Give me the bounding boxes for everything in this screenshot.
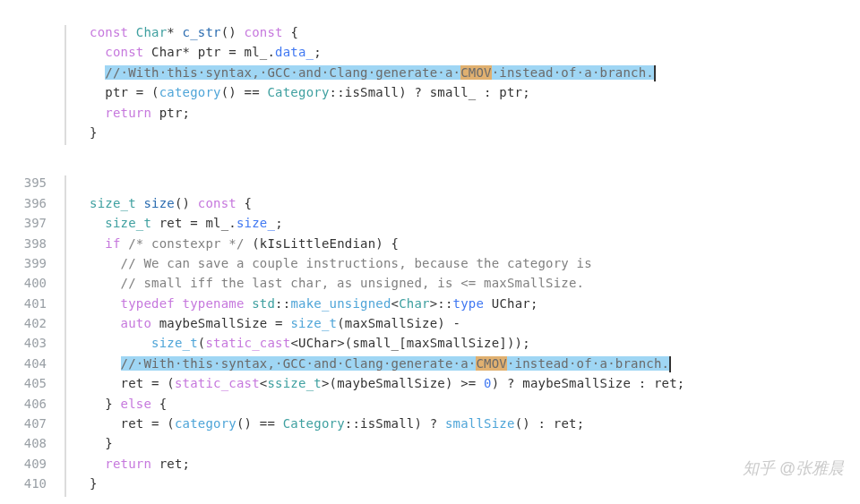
code-line[interactable]: 401 typedef typename std::make_unsigned<… [0, 296, 860, 316]
code-content[interactable]: //·With·this·syntax,·GCC·and·Clang·gener… [75, 356, 860, 372]
line-number: 407 [0, 416, 56, 431]
code-content[interactable]: } [75, 125, 860, 140]
code-line[interactable]: 403 size_t(static_cast<UChar>(small_[max… [0, 336, 860, 355]
code-line[interactable]: 402 auto maybeSmallSize = size_t(maxSmal… [0, 316, 860, 336]
code-content[interactable]: const Char* c_str() const { [75, 25, 860, 39]
vertical-guide [56, 65, 75, 85]
code-line[interactable]: 406 } else { [0, 397, 860, 416]
code-content[interactable]: ret = (category() == Category::isSmall) … [75, 416, 860, 431]
code-line[interactable]: //·With·this·syntax,·GCC·and·Clang·gener… [0, 65, 860, 85]
vertical-guide [56, 397, 75, 416]
vertical-guide [56, 276, 75, 295]
vertical-guide [56, 85, 75, 105]
code-line[interactable]: 410} [0, 476, 860, 496]
code-editor[interactable]: const Char* c_str() const { const Char* … [0, 0, 860, 497]
vertical-guide [56, 256, 75, 276]
vertical-guide [56, 196, 75, 216]
code-line[interactable]: } [0, 125, 860, 145]
line-number: 400 [0, 276, 56, 290]
vertical-guide [56, 216, 75, 235]
vertical-guide [56, 416, 75, 436]
code-content[interactable]: size_t size() const { [75, 196, 860, 210]
line-number: 399 [0, 256, 56, 270]
vertical-guide [56, 45, 75, 64]
line-number: 395 [0, 175, 56, 190]
code-content[interactable]: return ptr; [75, 106, 860, 120]
code-line[interactable]: 408 } [0, 436, 860, 456]
line-number: 410 [0, 476, 56, 491]
code-content[interactable]: } [75, 436, 860, 450]
line-number: 396 [0, 196, 56, 210]
line-number: 403 [0, 336, 56, 350]
vertical-guide [56, 106, 75, 125]
code-line[interactable]: 400 // small iff the last char, as unsig… [0, 276, 860, 295]
code-content[interactable]: const Char* ptr = ml_.data_; [75, 45, 860, 59]
line-number: 405 [0, 376, 56, 390]
vertical-guide [56, 376, 75, 396]
code-line[interactable]: 409 return ret; [0, 457, 860, 476]
code-line[interactable]: 407 ret = (category() == Category::isSma… [0, 416, 860, 436]
code-line[interactable]: 397 size_t ret = ml_.size_; [0, 216, 860, 235]
line-number: 404 [0, 356, 56, 371]
vertical-guide [56, 316, 75, 336]
code-content[interactable]: // small iff the last char, as unsigned,… [75, 276, 860, 290]
line-number: 409 [0, 457, 56, 471]
line-number: 401 [0, 296, 56, 311]
code-line[interactable]: const Char* ptr = ml_.data_; [0, 45, 860, 64]
code-content[interactable]: ret = (static_cast<ssize_t>(maybeSmallSi… [75, 376, 860, 390]
code-content[interactable] [75, 175, 860, 190]
vertical-guide [56, 457, 75, 476]
code-content[interactable]: //·With·this·syntax,·GCC·and·Clang·gener… [75, 65, 860, 81]
vertical-guide [56, 175, 75, 195]
code-line[interactable]: return ptr; [0, 106, 860, 125]
code-content[interactable]: // We can save a couple instructions, be… [75, 256, 860, 270]
vertical-guide [56, 125, 75, 145]
code-line[interactable]: ptr = (category() == Category::isSmall) … [0, 85, 860, 105]
vertical-guide [56, 356, 75, 376]
vertical-guide [56, 336, 75, 355]
vertical-guide [56, 476, 75, 496]
line-number: 406 [0, 397, 56, 411]
vertical-guide [56, 436, 75, 456]
code-content[interactable]: return ret; [75, 457, 860, 471]
line-number: 408 [0, 436, 56, 450]
code-content[interactable]: if /* constexpr */ (kIsLittleEndian) { [75, 236, 860, 251]
code-content[interactable]: auto maybeSmallSize = size_t(maxSmallSiz… [75, 316, 860, 330]
code-content[interactable]: typedef typename std::make_unsigned<Char… [75, 296, 860, 311]
line-number: 402 [0, 316, 56, 330]
code-line[interactable]: 404 //·With·this·syntax,·GCC·and·Clang·g… [0, 356, 860, 376]
vertical-guide [56, 296, 75, 316]
code-content[interactable]: ptr = (category() == Category::isSmall) … [75, 85, 860, 99]
code-content[interactable]: size_t ret = ml_.size_; [75, 216, 860, 230]
vertical-guide [56, 25, 75, 45]
code-line[interactable]: 405 ret = (static_cast<ssize_t>(maybeSma… [0, 376, 860, 396]
code-line[interactable]: 398 if /* constexpr */ (kIsLittleEndian)… [0, 236, 860, 256]
line-number: 398 [0, 236, 56, 251]
code-line[interactable]: 399 // We can save a couple instructions… [0, 256, 860, 276]
line-number: 397 [0, 216, 56, 230]
code-content[interactable]: } [75, 476, 860, 491]
code-line[interactable]: 395 [0, 175, 860, 195]
code-line[interactable]: 396size_t size() const { [0, 196, 860, 216]
vertical-guide [56, 236, 75, 256]
code-content[interactable]: size_t(static_cast<UChar>(small_[maxSmal… [75, 336, 860, 350]
code-content[interactable]: } else { [75, 397, 860, 411]
code-line[interactable]: const Char* c_str() const { [0, 25, 860, 45]
